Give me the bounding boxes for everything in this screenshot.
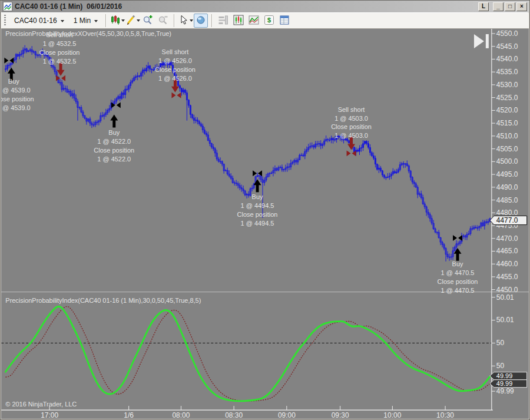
svg-text:10:00: 10:00 <box>383 411 401 419</box>
svg-text:4505.0: 4505.0 <box>496 145 518 153</box>
chart-window-icon <box>3 2 12 11</box>
minimize-button[interactable]: _ <box>493 2 504 11</box>
svg-text:50.01: 50.01 <box>496 316 514 324</box>
titlebar[interactable]: CAC40 01-16 (1 Min) 06/01/2016 L _ □ × <box>1 1 529 12</box>
svg-text:4490.0: 4490.0 <box>496 183 518 191</box>
cursor-button[interactable] <box>178 14 193 28</box>
svg-text:PrecisionProbabilityIndex(CAC4: PrecisionProbabilityIndex(CAC40 01-16 (1… <box>5 297 201 304</box>
svg-text:1 @ 4494.5: 1 @ 4494.5 <box>241 202 274 209</box>
cursor-icon <box>178 15 189 27</box>
svg-text:4520.0: 4520.0 <box>496 106 518 114</box>
chevron-down-icon <box>190 19 193 22</box>
svg-text:50: 50 <box>496 339 505 347</box>
svg-text:4530.0: 4530.0 <box>496 81 518 89</box>
data-box-button[interactable] <box>194 14 208 28</box>
toolbar: CAC40 01-16 1 Min <box>1 12 529 29</box>
svg-text:Close position: Close position <box>237 211 278 218</box>
svg-text:1 @ 4522.0: 1 @ 4522.0 <box>97 138 131 145</box>
svg-text:Close position: Close position <box>155 66 196 73</box>
svg-text:Sell short: Sell short <box>46 31 73 38</box>
toolbar-grip[interactable] <box>4 15 6 27</box>
data-grid-icon <box>279 15 290 27</box>
svg-text:4540.0: 4540.0 <box>496 55 518 63</box>
svg-text:08:00: 08:00 <box>172 411 190 419</box>
data-grid-button[interactable] <box>277 14 292 28</box>
window-title: CAC40 01-16 (1 Min) 06/01/2016 <box>15 2 122 11</box>
svg-text:49.99: 49.99 <box>496 387 514 395</box>
svg-text:© 2016 NinjaTrader, LLC: © 2016 NinjaTrader, LLC <box>5 401 77 408</box>
zoom-in-icon <box>143 15 153 27</box>
svg-text:1 @ 4526.0: 1 @ 4526.0 <box>158 75 192 82</box>
svg-text:1 @ 4539.0: 1 @ 4539.0 <box>1 104 31 111</box>
svg-text:4535.0: 4535.0 <box>496 68 518 76</box>
svg-text:09:30: 09:30 <box>332 411 349 419</box>
svg-text:50: 50 <box>496 362 505 370</box>
svg-text:1 @ 4526.0: 1 @ 4526.0 <box>158 57 192 64</box>
svg-text:4510.0: 4510.0 <box>496 132 518 140</box>
chart-trader-button[interactable] <box>216 14 230 28</box>
svg-text:PrecisionProbabilityIndexXOver: PrecisionProbabilityIndexXOver(45,50,30,… <box>5 30 171 37</box>
zoom-out-icon <box>158 15 168 27</box>
account-dollar-icon: $ <box>264 15 274 27</box>
account-dollar-button[interactable]: $ <box>262 14 276 28</box>
close-button[interactable]: × <box>516 2 527 11</box>
chevron-down-icon <box>61 20 64 22</box>
chevron-down-icon <box>137 19 140 22</box>
svg-text:4550.0: 4550.0 <box>496 29 518 38</box>
interval-label: 1 Min <box>74 16 91 25</box>
bar-style-button[interactable] <box>110 14 124 28</box>
svg-text:49.99: 49.99 <box>496 372 512 379</box>
zoom-in-button[interactable] <box>141 14 155 28</box>
chart-canvas[interactable]: PrecisionProbabilityIndex(CAC40 01-16 (1… <box>1 29 529 419</box>
drawing-tools-button[interactable] <box>125 14 140 28</box>
svg-text:4515.0: 4515.0 <box>496 119 518 127</box>
link-button[interactable]: L <box>478 2 489 11</box>
chart-trader-icon <box>218 15 228 27</box>
bars-panel-button[interactable] <box>231 14 246 28</box>
svg-text:50.01: 50.01 <box>496 293 514 302</box>
chart-svg[interactable]: PrecisionProbabilityIndex(CAC40 01-16 (1… <box>1 29 529 419</box>
svg-text:4485.0: 4485.0 <box>496 196 518 204</box>
interval-select[interactable]: 1 Min <box>69 15 102 26</box>
svg-text:Close position: Close position <box>1 95 34 102</box>
svg-text:4470.0: 4470.0 <box>496 234 518 243</box>
svg-text:Sell short: Sell short <box>338 106 365 113</box>
zoom-out-button[interactable] <box>156 14 170 28</box>
chevron-down-icon <box>94 20 98 22</box>
svg-text:Close position: Close position <box>438 278 478 285</box>
svg-text:Buy: Buy <box>252 193 263 200</box>
svg-text:1/6: 1/6 <box>124 411 134 419</box>
svg-text:Buy: Buy <box>452 260 463 267</box>
svg-text:4460.0: 4460.0 <box>496 260 518 268</box>
maximize-button[interactable]: □ <box>505 2 515 11</box>
svg-text:Buy: Buy <box>8 78 19 85</box>
svg-text:10:30: 10:30 <box>436 411 454 419</box>
instrument-select[interactable]: CAC40 01-16 <box>10 15 68 26</box>
svg-text:1 @ 4532.5: 1 @ 4532.5 <box>43 58 77 65</box>
svg-text:09:00: 09:00 <box>278 411 296 419</box>
svg-text:1 @ 4494.5: 1 @ 4494.5 <box>241 220 274 227</box>
svg-text:1 @ 4532.5: 1 @ 4532.5 <box>43 40 77 47</box>
instrument-label: CAC40 01-16 <box>14 16 57 25</box>
toolbar-separator <box>211 14 213 27</box>
svg-text:1 @ 4503.0: 1 @ 4503.0 <box>334 115 368 122</box>
chart-overview-icon <box>249 15 259 27</box>
svg-text:Sell short: Sell short <box>162 48 189 55</box>
bars-panel-icon <box>233 15 244 27</box>
chart-overview-button[interactable] <box>247 14 261 28</box>
svg-text:Close position: Close position <box>331 123 372 130</box>
svg-text:4477.0: 4477.0 <box>496 216 518 224</box>
chart-window: CAC40 01-16 (1 Min) 06/01/2016 L _ □ × C… <box>0 0 530 420</box>
bar-style-icon <box>110 15 121 27</box>
toolbar-separator <box>105 14 107 27</box>
toolbar-separator <box>174 14 175 27</box>
data-box-icon <box>196 15 206 27</box>
svg-text:$: $ <box>267 16 271 24</box>
svg-text:1 @ 4503.0: 1 @ 4503.0 <box>334 132 368 139</box>
svg-text:4455.0: 4455.0 <box>496 273 518 281</box>
drawing-tools-icon <box>125 15 136 27</box>
svg-text:1 @ 4522.0: 1 @ 4522.0 <box>97 156 131 163</box>
svg-text:4525.0: 4525.0 <box>496 94 518 102</box>
svg-text:1 @ 4539.0: 1 @ 4539.0 <box>1 87 31 94</box>
svg-text:Close position: Close position <box>39 49 80 56</box>
